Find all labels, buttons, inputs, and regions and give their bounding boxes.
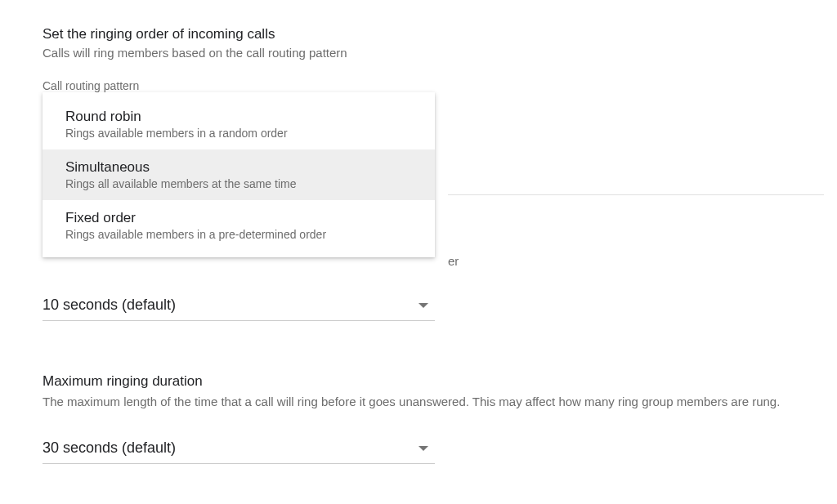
ring-duration-value: 10 seconds (default) xyxy=(43,297,176,314)
option-desc: Rings available members in a random orde… xyxy=(65,127,412,140)
option-title: Round robin xyxy=(65,109,412,125)
option-title: Simultaneous xyxy=(65,159,412,176)
routing-option-round-robin[interactable]: Round robin Rings available members in a… xyxy=(43,99,435,149)
partial-hidden-text: er xyxy=(448,254,459,268)
call-routing-pattern-dropdown[interactable]: Round robin Rings available members in a… xyxy=(43,92,435,264)
call-routing-pattern-label: Call routing pattern xyxy=(43,79,794,92)
divider xyxy=(448,194,824,195)
call-routing-pattern-menu: Round robin Rings available members in a… xyxy=(43,92,435,257)
max-duration-value: 30 seconds (default) xyxy=(43,439,176,457)
max-ringing-duration-heading: Maximum ringing duration xyxy=(43,373,794,390)
option-title: Fixed order xyxy=(65,210,412,226)
max-duration-select[interactable]: 30 seconds (default) xyxy=(43,438,435,464)
ring-duration-select[interactable]: 10 seconds (default) xyxy=(43,295,435,321)
max-ringing-duration-desc: The maximum length of the time that a ca… xyxy=(43,393,794,410)
option-desc: Rings all available members at the same … xyxy=(65,177,412,190)
option-desc: Rings available members in a pre-determi… xyxy=(65,228,412,241)
caret-down-icon xyxy=(418,303,428,308)
caret-down-icon xyxy=(418,446,428,451)
routing-option-simultaneous[interactable]: Simultaneous Rings all available members… xyxy=(43,149,435,200)
ringing-order-subtext: Calls will ring members based on the cal… xyxy=(43,46,794,60)
ringing-order-heading: Set the ringing order of incoming calls xyxy=(43,26,794,42)
routing-option-fixed-order[interactable]: Fixed order Rings available members in a… xyxy=(43,200,435,251)
